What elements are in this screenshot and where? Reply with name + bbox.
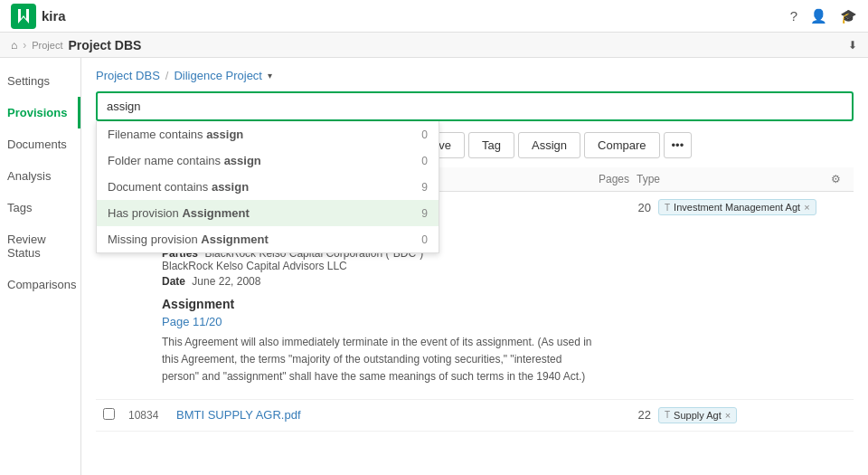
help-icon[interactable]: ? xyxy=(790,8,797,24)
header-slash: / xyxy=(165,69,169,82)
checkbox-10834[interactable] xyxy=(103,408,115,420)
autocomplete-dropdown: Filename contains assign 0 Folder name c… xyxy=(96,121,439,253)
autocomplete-missingprovision-text: Missing provision Assignment xyxy=(108,233,269,246)
doc-row-main-10834: 10834 BMTI SUPPLY AGR.pdf 22 T Supply Ag… xyxy=(96,400,854,431)
tag-letter-10834: T xyxy=(665,410,670,420)
grad-icon[interactable]: 🎓 xyxy=(840,8,857,24)
sidebar-item-documents[interactable]: Documents xyxy=(0,128,80,160)
provision-page-link[interactable]: Page 11/20 xyxy=(162,315,839,328)
layout: Settings Provisions Documents Analysis T… xyxy=(0,58,868,475)
autocomplete-item-document[interactable]: Document contains assign 9 xyxy=(97,174,439,200)
breadcrumb-sep: › xyxy=(23,39,26,52)
main-content: Project DBS / Diligence Project ▾ Filena… xyxy=(81,58,868,475)
autocomplete-foldername-text: Folder name contains assign xyxy=(108,154,261,167)
tag-button[interactable]: Tag xyxy=(468,132,514,158)
logo: kira xyxy=(11,4,66,29)
sidebar-item-tags[interactable]: Tags xyxy=(0,192,80,223)
autocomplete-item-missing-provision[interactable]: Missing provision Assignment 0 xyxy=(97,226,439,252)
provision-text: This Agreement will also immediately ter… xyxy=(162,334,596,386)
autocomplete-missingprovision-count: 0 xyxy=(421,233,428,246)
sidebar-item-settings[interactable]: Settings xyxy=(0,65,80,97)
tag-remove-10834[interactable]: × xyxy=(725,410,731,421)
top-nav: kira ? 👤 🎓 xyxy=(0,0,868,33)
row-checkbox-10834[interactable] xyxy=(103,408,121,423)
autocomplete-hasprovision-text: Has provision Assignment xyxy=(108,206,250,220)
sub-project-link[interactable]: Diligence Project xyxy=(174,69,262,82)
row-pages-10833: 20 xyxy=(597,201,651,214)
breadcrumb-project-label: Project xyxy=(32,40,62,51)
sidebar-item-analysis[interactable]: Analysis xyxy=(0,160,80,192)
tag-label-10833: Investment Management Agt xyxy=(674,202,800,213)
sidebar-item-provisions[interactable]: Provisions xyxy=(0,97,80,128)
doc-row-10834: 10834 BMTI SUPPLY AGR.pdf 22 T Supply Ag… xyxy=(96,400,854,432)
more-button[interactable]: ••• xyxy=(664,132,693,158)
provision-section: Assignment Page 11/20 This Agreement wil… xyxy=(162,297,839,386)
logo-icon xyxy=(11,4,36,29)
autocomplete-filename-count: 0 xyxy=(421,128,428,141)
breadcrumb-bar: ⌂ › Project Project DBS ⬇ xyxy=(0,33,868,58)
tag-badge-10834: T Supply Agt × xyxy=(658,407,737,423)
provision-title: Assignment xyxy=(162,297,839,311)
project-link[interactable]: Project DBS xyxy=(96,69,160,82)
sidebar: Settings Provisions Documents Analysis T… xyxy=(0,58,81,475)
home-icon[interactable]: ⌂ xyxy=(11,39,17,52)
project-header: Project DBS / Diligence Project ▾ xyxy=(96,69,854,82)
nav-icons: ? 👤 🎓 xyxy=(790,8,857,24)
header-type: Type xyxy=(637,173,817,185)
autocomplete-hasprovision-count: 9 xyxy=(421,207,428,220)
autocomplete-item-has-provision[interactable]: Has provision Assignment 9 xyxy=(97,200,439,226)
autocomplete-document-text: Document contains assign xyxy=(108,180,249,194)
tag-letter-10833: T xyxy=(665,203,670,213)
autocomplete-filename-text: Filename contains assign xyxy=(108,128,243,141)
header-pages: Pages xyxy=(575,173,629,185)
gear-icon[interactable]: ⚙ xyxy=(825,173,846,185)
logo-text: kira xyxy=(42,8,66,24)
autocomplete-document-count: 9 xyxy=(421,181,428,194)
autocomplete-item-filename[interactable]: Filename contains assign 0 xyxy=(97,121,439,147)
project-caret[interactable]: ▾ xyxy=(268,71,272,81)
detail-date-label: Date xyxy=(162,275,185,288)
detail-date-row: Date June 22, 2008 xyxy=(162,275,839,288)
user-icon[interactable]: 👤 xyxy=(810,8,827,24)
download-icon[interactable]: ⬇ xyxy=(848,39,857,52)
autocomplete-item-foldername[interactable]: Folder name contains assign 0 xyxy=(97,147,439,174)
detail-date-value: June 22, 2008 xyxy=(192,275,260,288)
assign-button[interactable]: Assign xyxy=(518,132,580,158)
autocomplete-foldername-count: 0 xyxy=(421,155,428,167)
tag-remove-10833[interactable]: × xyxy=(804,202,809,213)
sidebar-item-review-status[interactable]: Review Status xyxy=(0,223,80,269)
row-link-10834[interactable]: BMTI SUPPLY AGR.pdf xyxy=(176,408,301,422)
row-pages-10834: 22 xyxy=(597,408,651,422)
row-name-10834: BMTI SUPPLY AGR.pdf xyxy=(176,408,590,422)
row-id-10834: 10834 xyxy=(128,409,169,422)
sidebar-item-comparisons[interactable]: Comparisons xyxy=(0,269,80,300)
breadcrumb-project-name: Project DBS xyxy=(69,38,142,52)
compare-button[interactable]: Compare xyxy=(584,132,659,158)
row-type-10834: T Supply Agt × xyxy=(658,407,839,423)
search-container: Filename contains assign 0 Folder name c… xyxy=(96,91,854,121)
tag-badge-10833: T Investment Management Agt × xyxy=(658,199,816,215)
tag-label-10834: Supply Agt xyxy=(674,410,722,421)
search-input[interactable] xyxy=(96,91,854,121)
row-type-10833: T Investment Management Agt × xyxy=(658,199,839,215)
